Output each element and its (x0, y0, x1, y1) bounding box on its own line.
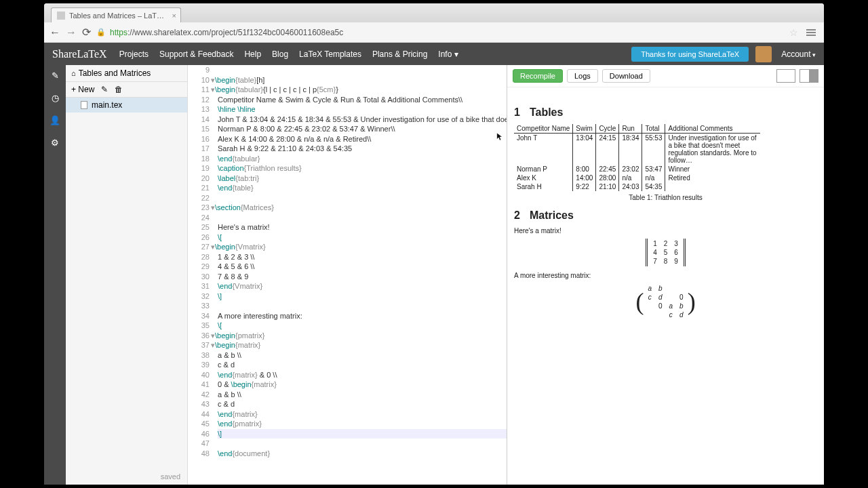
url-field[interactable]: 🔒 https://www.sharelatex.com/project/51f… (96, 28, 784, 37)
layout-full-icon[interactable] (776, 69, 795, 83)
home-icon: ⌂ (71, 69, 76, 77)
browser-tabbar: Tables and Matrices – LaT… × (44, 3, 824, 22)
url-path: ://www.sharelatex.com/project/51f1324bc0… (127, 28, 343, 37)
nav-link[interactable]: LaTeX Templates (299, 49, 361, 59)
download-button[interactable]: Download (602, 69, 650, 83)
delete-icon[interactable]: 🗑 (115, 85, 123, 94)
settings-icon[interactable]: ⚙ (51, 138, 59, 148)
new-button[interactable]: + New (71, 85, 94, 94)
pdf-output: 1Tables Competitor NameSwimCycleRunTotal… (507, 87, 824, 485)
thanks-banner[interactable]: Thanks for using ShareLaTeX (631, 47, 749, 62)
section-heading: 1Tables (514, 106, 817, 119)
nav-link[interactable]: Projects (119, 49, 149, 59)
file-name: main.tex (92, 100, 122, 110)
file-sidebar: ⌂ Tables and Matrices + New ✎ 🗑 main.tex… (66, 65, 188, 485)
reload-icon[interactable]: ⟳ (82, 26, 91, 39)
table-caption: Table 1: Triathlon results (514, 194, 817, 201)
code-content[interactable]: ▾\begin{table}[h]▾\begin{tabular}{l | c … (218, 65, 507, 458)
edit-icon[interactable]: ✎ (52, 70, 59, 81)
logs-button[interactable]: Logs (567, 69, 598, 83)
nav-link[interactable]: Plans & Pricing (372, 49, 427, 59)
address-bar: ← → ⟳ 🔒 https://www.sharelatex.com/proje… (44, 22, 824, 43)
pmatrix: abcd00abcd (514, 283, 817, 320)
rename-icon[interactable]: ✎ (101, 85, 108, 94)
saved-status: saved (66, 468, 187, 485)
back-icon[interactable]: ← (50, 26, 60, 39)
share-icon[interactable]: 👤 (50, 115, 60, 125)
forward-icon[interactable]: → (66, 26, 77, 39)
lock-icon: 🔒 (96, 28, 106, 37)
browser-tab[interactable]: Tables and Matrices – LaT… × (51, 7, 181, 22)
nav-links: ProjectsSupport & FeedbackHelpBlogLaTeX … (119, 49, 458, 59)
code-editor[interactable]: 9101112131415161718192021222324252627282… (188, 65, 507, 485)
url-scheme: https (110, 28, 127, 37)
recompile-button[interactable]: Recompile (513, 69, 563, 83)
matrix-intro2: A more interesting matrix: (514, 272, 817, 279)
logo[interactable]: ShareLaTeX (52, 48, 107, 60)
file-item[interactable]: main.tex (66, 98, 187, 113)
line-gutter: 9101112131415161718192021222324252627282… (188, 65, 214, 458)
bookmark-icon[interactable]: ☆ (789, 27, 798, 38)
nav-link[interactable]: Info ▾ (438, 49, 458, 59)
vmatrix: 123456789 (514, 239, 817, 268)
layout-split-icon[interactable] (800, 69, 818, 83)
account-menu[interactable]: Account (781, 49, 816, 59)
close-icon[interactable]: × (172, 12, 176, 20)
nav-link[interactable]: Support & Feedback (159, 49, 233, 59)
file-icon (81, 101, 87, 109)
menu-icon[interactable] (804, 26, 818, 39)
tab-title: Tables and Matrices – LaT… (69, 12, 164, 20)
project-title[interactable]: ⌂ Tables and Matrices (66, 65, 187, 82)
favicon-icon (57, 12, 65, 20)
icon-sidebar: ✎ ◷ 👤 ⚙ (44, 65, 66, 485)
section-heading: 2Matrices (514, 209, 817, 222)
preview-pane: Recompile Logs Download 1Tables Competit… (507, 65, 824, 485)
triathlon-table: Competitor NameSwimCycleRunTotalAddition… (514, 124, 760, 191)
matrix-intro: Here's a matrix! (514, 227, 817, 235)
nav-link[interactable]: Help (244, 49, 261, 59)
project-name: Tables and Matrices (79, 68, 151, 78)
app-header: ShareLaTeX ProjectsSupport & FeedbackHel… (44, 43, 824, 65)
history-icon[interactable]: ◷ (52, 93, 59, 103)
nav-link[interactable]: Blog (272, 49, 288, 59)
avatar[interactable] (755, 46, 772, 62)
